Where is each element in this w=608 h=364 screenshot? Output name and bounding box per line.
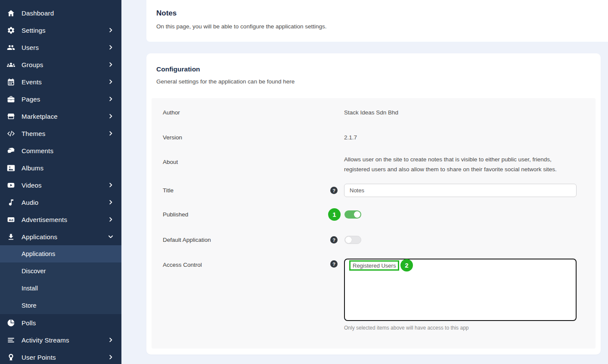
ad-icon: Ad	[6, 215, 16, 224]
applications-submenu: Applications Discover Install Store	[0, 245, 121, 314]
sidebar-item-label: Groups	[22, 61, 108, 68]
sidebar-subitem-store[interactable]: Store	[0, 297, 121, 314]
sidebar-item-label: Comments	[22, 147, 114, 154]
sidebar-item-dashboard[interactable]: Dashboard	[0, 4, 121, 22]
home-icon	[6, 9, 16, 17]
version-value: 2.1.7	[344, 133, 357, 142]
svg-text:Ad: Ad	[9, 218, 13, 222]
sidebar-item-label: Albums	[22, 164, 114, 172]
published-toggle[interactable]	[344, 210, 361, 219]
sidebar-item-advertisements[interactable]: Ad Advertisements	[0, 211, 121, 228]
sidebar-item-comments[interactable]: Comments	[0, 142, 121, 159]
settings-panel: Author Stack Ideas Sdn Bhd Version 2.1.7…	[152, 98, 596, 349]
briefcase-icon	[6, 95, 16, 103]
sidebar-item-label: Polls	[22, 319, 114, 327]
author-value: Stack Ideas Sdn Bhd	[344, 108, 398, 117]
chevron-right-icon	[108, 113, 114, 119]
award-icon	[6, 353, 16, 361]
gear-icon	[6, 26, 16, 34]
sidebar-item-label: Settings	[22, 27, 108, 34]
code-icon	[6, 129, 16, 138]
page-header-card: Notes On this page, you will be able to …	[146, 0, 608, 42]
sidebar-item-activity-streams[interactable]: Activity Streams	[0, 331, 121, 349]
chevron-right-icon	[108, 337, 114, 343]
chevron-right-icon	[108, 354, 114, 360]
chevron-right-icon	[108, 27, 114, 33]
sidebar-subitem-discover[interactable]: Discover	[0, 262, 121, 280]
chevron-right-icon	[108, 216, 114, 222]
sidebar-item-videos[interactable]: Videos	[0, 176, 121, 194]
sidebar-item-label: Marketplace	[22, 113, 108, 120]
sidebar-subitem-applications[interactable]: Applications	[0, 245, 121, 262]
chevron-right-icon	[108, 79, 114, 85]
default-application-toggle[interactable]	[344, 236, 361, 244]
chevron-right-icon	[108, 130, 114, 136]
annotation-step-1-badge: 1	[328, 208, 341, 221]
sidebar-item-themes[interactable]: Themes	[0, 125, 121, 142]
question-circle-icon[interactable]: ?	[330, 260, 338, 268]
configuration-subtitle: General settings for the application can…	[156, 78, 295, 85]
question-circle-icon[interactable]: ?	[330, 187, 338, 194]
chevron-down-icon	[108, 234, 114, 240]
access-control-option-registered-users annotation-highlight-box[interactable]: Registered Users	[349, 260, 399, 271]
title-input[interactable]	[344, 184, 577, 197]
download-icon	[6, 232, 16, 241]
video-icon	[6, 181, 16, 189]
version-label: Version	[163, 134, 182, 141]
sidebar-item-audio[interactable]: Audio	[0, 194, 121, 211]
sidebar-item-label: Advertisements	[22, 216, 108, 223]
sidebar-item-events[interactable]: Events	[0, 73, 121, 90]
toggle-knob	[354, 211, 360, 218]
sidebar-item-label: Videos	[22, 182, 108, 189]
chevron-right-icon	[108, 199, 114, 205]
sidebar-item-settings[interactable]: Settings	[0, 22, 121, 39]
pie-chart-icon	[6, 318, 16, 327]
author-label: Author	[163, 109, 180, 116]
sidebar-item-label: Activity Streams	[22, 336, 108, 344]
title-label: Title	[163, 187, 174, 194]
about-label: About	[163, 159, 178, 165]
annotation-step-2-badge: 2	[400, 259, 413, 271]
chevron-right-icon	[108, 182, 114, 188]
groups-icon	[6, 60, 16, 69]
published-label: Published	[163, 211, 188, 218]
sidebar-item-marketplace[interactable]: Marketplace	[0, 108, 121, 125]
sidebar-item-albums[interactable]: Albums	[0, 159, 121, 176]
about-value: Allows user on the site to create notes …	[344, 154, 561, 174]
chevron-right-icon	[108, 62, 114, 68]
sidebar: Dashboard Settings Users Groups Events P…	[0, 0, 121, 364]
image-icon	[6, 163, 16, 172]
sidebar-item-label: Events	[22, 78, 108, 86]
configuration-title: Configuration	[156, 65, 200, 73]
calendar-icon	[6, 77, 16, 86]
stream-lines-icon	[6, 336, 16, 344]
sidebar-item-groups[interactable]: Groups	[0, 56, 121, 73]
sidebar-item-users[interactable]: Users	[0, 39, 121, 56]
users-icon	[6, 43, 16, 52]
access-control-helper-text: Only selected items above will have acce…	[344, 325, 468, 331]
sidebar-item-pages[interactable]: Pages	[0, 90, 121, 108]
sidebar-item-label: Themes	[22, 130, 108, 137]
chevron-right-icon	[108, 96, 114, 102]
access-control-multiselect[interactable]: Registered Users	[344, 259, 577, 321]
sidebar-item-label: Pages	[22, 96, 108, 103]
configuration-card: Configuration General settings for the a…	[146, 53, 601, 355]
default-application-label: Default Application	[163, 237, 211, 243]
sidebar-item-label: Applications	[22, 233, 108, 241]
access-control-label: Access Control	[163, 262, 202, 268]
question-circle-icon[interactable]: ?	[330, 236, 338, 244]
sidebar-item-polls[interactable]: Polls	[0, 314, 121, 331]
chevron-right-icon	[108, 44, 114, 50]
toggle-knob	[345, 237, 352, 243]
sidebar-item-label: User Points	[22, 354, 108, 361]
sidebar-item-label: Users	[22, 44, 108, 51]
page-title: Notes	[156, 9, 177, 18]
storefront-icon	[6, 112, 16, 120]
sidebar-item-label: Audio	[22, 199, 108, 206]
sidebar-item-user-points[interactable]: User Points	[0, 349, 121, 364]
sidebar-subitem-install[interactable]: Install	[0, 280, 121, 297]
sidebar-item-label: Dashboard	[22, 9, 114, 17]
music-note-icon	[6, 198, 16, 207]
sidebar-item-applications[interactable]: Applications	[0, 228, 121, 245]
page-subtitle: On this page, you will be able to config…	[156, 23, 327, 30]
